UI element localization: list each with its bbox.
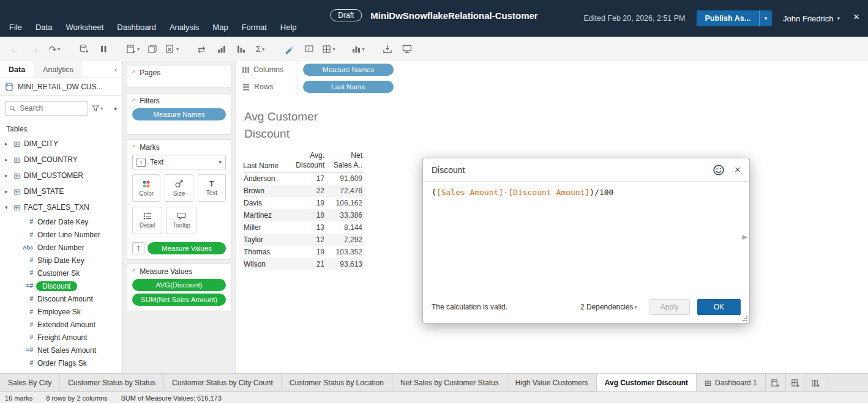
pause-updates-icon[interactable] <box>94 41 113 57</box>
table-row[interactable]: ▸⊞DIM_STATE <box>0 183 122 199</box>
filter-pill-measure-names[interactable]: Measure Names <box>132 108 226 120</box>
table-row[interactable]: Martinez1833,386 <box>243 209 364 221</box>
sheet-tab-active[interactable]: Avg Customer Discount <box>597 374 697 392</box>
undo-icon[interactable]: ← <box>6 41 24 57</box>
text-encoding-icon[interactable]: T <box>132 242 144 254</box>
columns-shelf-zone[interactable]: Measure Names <box>297 61 868 78</box>
new-worksheet-icon[interactable] <box>124 41 142 57</box>
new-datasource-icon[interactable] <box>75 41 93 57</box>
formula-editor[interactable]: ([Sales Amount]-[Discount Amount])/100 <box>423 182 749 203</box>
replay-icon[interactable]: ↷ <box>45 41 64 57</box>
close-icon[interactable]: × <box>853 12 859 22</box>
size-button[interactable]: Size <box>165 174 193 202</box>
table-row[interactable]: ▸⊞DIM_COUNTRY <box>0 152 122 168</box>
filter-fields-icon[interactable] <box>92 105 103 112</box>
fit-view-icon[interactable] <box>349 41 367 57</box>
field-row[interactable]: #Ship Date Key <box>0 254 122 267</box>
menu-worksheet[interactable]: Worksheet <box>59 20 110 34</box>
table-row[interactable]: Miller138,144 <box>243 221 364 234</box>
expand-flyout-icon[interactable]: ▶ <box>743 233 747 241</box>
totals-icon[interactable]: Σ <box>251 41 269 57</box>
measure-values-header[interactable]: Measure Values <box>127 264 231 278</box>
text-button[interactable]: T Text <box>198 174 226 202</box>
filters-header[interactable]: Filters <box>127 94 231 107</box>
search-input-wrap[interactable] <box>5 101 88 116</box>
download-icon[interactable] <box>378 41 397 57</box>
sort-ascending-icon[interactable] <box>212 41 230 57</box>
field-row[interactable]: #Extended Amount <box>0 318 122 331</box>
menu-file[interactable]: File <box>2 20 29 34</box>
apply-button[interactable]: Apply <box>649 299 690 315</box>
ok-button[interactable]: OK <box>697 299 741 315</box>
new-worksheet-button[interactable] <box>766 374 786 392</box>
field-row[interactable]: #Order Flags Sk <box>0 357 122 369</box>
new-dashboard-button[interactable] <box>786 374 806 392</box>
menu-format[interactable]: Format <box>235 20 274 34</box>
duplicate-sheet-icon[interactable] <box>143 41 162 57</box>
table-row[interactable]: ▾⊞FACT_SALES_TXN <box>0 199 122 215</box>
menu-help[interactable]: Help <box>274 20 304 34</box>
table-row[interactable]: Thomas19103,352 <box>243 246 364 258</box>
menu-analysis[interactable]: Analysis <box>163 20 206 34</box>
color-button[interactable]: Color <box>132 174 160 202</box>
field-row[interactable]: AbcOrder Number <box>0 241 122 254</box>
field-row[interactable]: #Order Line Number <box>0 228 122 241</box>
menu-dashboard[interactable]: Dashboard <box>110 20 163 34</box>
publish-dropdown-caret[interactable]: ▾ <box>759 10 772 26</box>
sheet-tab[interactable]: Customer Status by Location <box>282 374 392 392</box>
redo-icon[interactable]: → <box>26 41 44 57</box>
measure-pill-sum-net-sales[interactable]: SUM(Net Sales Amount) <box>132 294 226 306</box>
collapse-pane-icon[interactable]: ‹ <box>110 61 122 78</box>
swap-rows-columns-icon[interactable]: ⇄ <box>192 41 211 57</box>
rows-shelf-zone[interactable]: Last Name <box>297 78 868 95</box>
table-row[interactable]: Brown2272,476 <box>243 185 364 197</box>
new-story-button[interactable] <box>806 374 826 392</box>
user-menu[interactable]: John Friedrich ▾ <box>783 14 840 23</box>
tab-analytics[interactable]: Analytics <box>34 61 82 78</box>
marks-pill-measure-values[interactable]: Measure Values <box>148 242 226 254</box>
mark-type-dropdown[interactable]: T Text ▾ <box>132 155 226 169</box>
detail-button[interactable]: Detail <box>132 207 162 234</box>
close-icon[interactable]: × <box>735 165 741 175</box>
dependencies-dropdown[interactable]: 2 Dependencies <box>580 303 637 311</box>
tab-data[interactable]: Data <box>0 61 34 78</box>
search-input[interactable] <box>18 103 84 113</box>
columns-pill-measure-names[interactable]: Measure Names <box>303 64 394 76</box>
table-row[interactable]: Anderson1791,609 <box>243 172 364 185</box>
presentation-mode-icon[interactable] <box>398 41 416 57</box>
sheet-tab[interactable]: Customer Status by City Count <box>164 374 282 392</box>
tooltip-button[interactable]: Tooltip <box>166 207 196 234</box>
table-row[interactable]: ▸⊞DIM_CUSTOMER <box>0 168 122 183</box>
highlight-icon[interactable] <box>280 41 299 57</box>
publish-as-button[interactable]: Publish As... <box>697 10 760 26</box>
field-row[interactable]: #Order Date Key <box>0 215 122 228</box>
field-row[interactable]: #Discount Amount <box>0 292 122 305</box>
field-row-discount-selected[interactable]: =#Discount <box>0 279 122 292</box>
sort-descending-icon[interactable] <box>231 41 250 57</box>
resize-grip[interactable] <box>743 316 747 321</box>
dashboard-tab[interactable]: Dashboard 1 <box>697 374 766 392</box>
menu-map[interactable]: Map <box>206 20 234 34</box>
format-borders-icon[interactable] <box>320 41 338 57</box>
sheet-tab[interactable]: High Value Customers <box>507 374 597 392</box>
field-row[interactable]: =#Net Sales Amount <box>0 344 122 357</box>
menu-data[interactable]: Data <box>29 20 59 34</box>
table-row[interactable]: Taylor127,292 <box>243 234 364 246</box>
sheet-tab[interactable]: Sales By City <box>0 374 60 392</box>
datasource-row[interactable]: MINI_RETAIL_DW CUS... <box>0 78 122 96</box>
field-row[interactable]: #Customer Sk <box>0 267 122 279</box>
pages-header[interactable]: Pages <box>127 65 231 79</box>
show-mark-labels-icon[interactable]: T <box>300 41 318 57</box>
sheet-tab[interactable]: Customer Status by Status <box>60 374 164 392</box>
rows-pill-last-name[interactable]: Last Name <box>303 81 394 93</box>
ai-assistant-icon[interactable] <box>713 164 725 176</box>
table-row[interactable]: Wilson2193,613 <box>243 258 364 270</box>
field-row[interactable]: #Employee Sk <box>0 305 122 318</box>
table-row[interactable]: Davis19106,162 <box>243 197 364 209</box>
marks-header[interactable]: Marks <box>127 140 231 153</box>
measure-pill-avg-discount[interactable]: AVG(Discount) <box>132 279 226 291</box>
sheet-tab[interactable]: Net Sales by Customer Status <box>392 374 507 392</box>
table-row[interactable]: ▸⊞DIM_CITY <box>0 136 122 152</box>
field-row[interactable]: #Freight Amount <box>0 331 122 344</box>
clear-sheet-icon[interactable] <box>163 41 181 57</box>
